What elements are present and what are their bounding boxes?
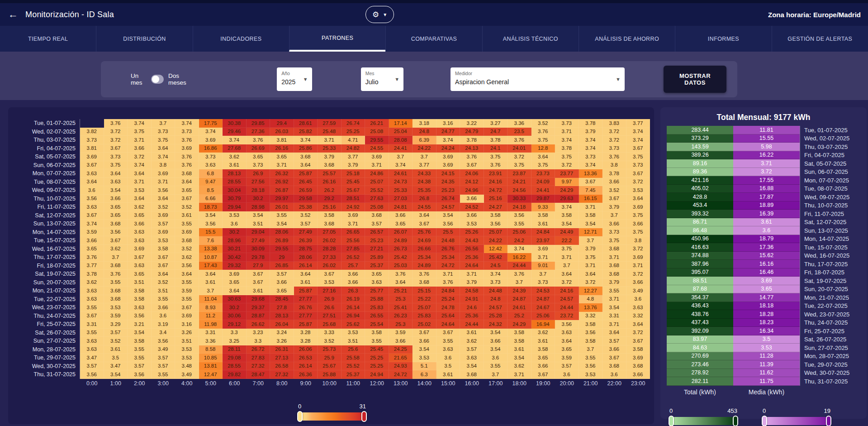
heatmap-cell: 26.73 [389,245,413,254]
heatmap-cell: 26.56 [460,245,484,254]
tab-informes[interactable]: INFORMES [675,26,771,52]
heatmap-cell: 3.74 [294,136,318,144]
tab-patrones[interactable]: PATRONES [289,26,385,52]
heatmap-cell: 29.08 [223,354,247,362]
heatmap-cell: 3.74 [579,161,603,170]
heatmap-cell: 3.54 [602,303,626,312]
heatmap-cell: 29.87 [531,195,555,203]
tab-comparativas[interactable]: COMPARATIVAS [385,26,482,52]
heatmap-cell: 3.57 [460,345,484,354]
heatmap-cell: 30.21 [223,245,247,254]
heatmap-cell: 30.2 [247,195,270,203]
heatmap-cell: 3.68 [602,262,626,270]
show-data-button[interactable]: MOSTRAR DATOS [664,66,726,93]
heatmap-cell: 3.31 [199,329,223,337]
heatmap-cell: 3.66 [80,236,104,245]
tab-tiempo-real[interactable]: TIEMPO REAL [0,26,96,52]
heatmap-cell: 3.32 [579,312,603,321]
daily-media-cell: 18.89 [733,201,800,210]
tab-indicadores[interactable]: INDICADORES [193,26,289,52]
heatmap-cell: 3.67 [318,270,342,278]
heatmap-cell: 25.86 [294,144,318,153]
heatmap-row: Tue, 22-07-20253.633.683.583.553.5511.04… [12,295,650,304]
heatmap-cell: 3.72 [579,278,603,287]
heatmap-cell: 3.59 [80,228,104,237]
heatmap-cell: 3.67 [152,262,175,270]
heatmap-row: Tue, 01-07-20253.763.743.73.7417.7530.38… [12,119,650,128]
legend-slider-handle-max[interactable] [826,416,831,426]
daily-media-cell: 15.55 [733,134,800,143]
row-date-label: Tue, 22-07-2025 [12,295,80,304]
heatmap-cell: 24.77 [436,128,460,136]
heatmap-cell: 24.56 [508,186,531,195]
tab-análisis-de-ahorro[interactable]: ANÁLISIS DE AHORRO [579,26,675,52]
heatmap-cell: 3.66 [389,211,413,220]
daily-total-cell: 88.51 [667,277,733,285]
heatmap-cell: 3.7 [508,278,531,287]
heatmap-cell: 25.9 [318,354,342,362]
heatmap-cell: 25.67 [318,362,342,371]
period-toggle[interactable] [151,75,164,84]
legend-slider-handle-min[interactable] [297,411,303,422]
heatmap-cell: 3.58 [152,245,175,254]
heatmap-cell: 3.64 [128,169,152,178]
heatmap-cell: 3.73 [175,128,199,136]
meter-select-value: Aspiracion General [455,78,614,86]
daily-row: 282.1111.75Thu, 31-07-2025 [667,377,860,386]
heatmap-cell: 3.69 [175,144,199,153]
heatmap-cell: 26.19 [342,295,365,304]
heatmap-cell: 3.74 [555,136,579,144]
row-date-label: Wed, 30-07-2025 [12,362,80,371]
heatmap-cell: 27.8 [270,303,294,312]
daily-date-label: Mon, 28-07-2025 [800,352,860,361]
heatmap-cell: 3.76 [460,153,484,161]
heatmap-cell: 3.65 [270,153,294,161]
tab-gestión-de-alertas[interactable]: GESTIÓN DE ALERTAS [772,26,868,52]
heatmap-cell: 8.5 [199,186,223,195]
heatmap-cell: 29.94 [223,203,247,211]
tab-distribución[interactable]: DISTRIBUCIÓN [96,26,192,52]
heatmap-cell: 3.55 [80,303,104,312]
heatmap-cell: 3.73 [555,119,579,128]
heatmap-cell: 29.55 [270,245,294,254]
heatmap-cell: 3.73 [484,278,508,287]
tab-análisis-técnico[interactable]: ANÁLISIS TÉCNICO [482,26,579,52]
heatmap-cell: 3.71 [318,136,342,144]
heatmap-cell: 24.91 [460,295,484,304]
heatmap-cell: 25.25 [365,354,389,362]
row-date-label: Sat, 12-07-2025 [12,211,80,220]
heatmap-cell: 3.73 [104,153,128,161]
heatmap-cell: 3.59 [389,329,413,337]
meter-select[interactable]: Medidor Aspiracion General ▼ [451,67,625,91]
heatmap-cell: 4.71 [342,136,365,144]
heatmap-cell: 25.02 [413,320,436,329]
legend-slider-handle-min[interactable] [762,416,767,426]
month-select-label: Mes [365,71,393,76]
heatmap-cell: 3.55 [80,329,104,337]
heatmap-cell: 3.56 [175,262,199,270]
heatmap-cell: 3.65 [128,270,152,278]
year-select[interactable]: Año 2025 ▼ [277,67,312,91]
app-header: ← Monitorización - ID Sala ⚙ ▼ Zona hora… [0,3,868,26]
heatmap-row: Fri, 25-07-20253.313.293.213.193.1611.98… [12,320,650,329]
heatmap-cell: 28.08 [389,136,413,144]
heatmap-cell: 25.89 [365,253,389,262]
heatmap-cell: 3.71 [270,161,294,170]
month-select[interactable]: Mes Julio ▼ [361,67,403,91]
legend-slider-handle-max[interactable] [361,411,367,422]
legend-slider-handle-min[interactable] [669,416,674,426]
daily-media-cell: 15.62 [733,252,800,260]
daily-media-cell: 3.5 [733,335,800,344]
legend-slider-handle-max[interactable] [733,416,738,426]
heatmap-cell: 28.47 [247,370,270,379]
heatmap-cell: 28.61 [294,119,318,128]
heatmap-cell: 3.76 [80,253,104,262]
heatmap-cell: 3.7 [199,287,223,295]
daily-media-cell: 11.39 [733,360,800,369]
back-arrow-icon[interactable]: ← [8,10,18,19]
daily-row: 374.8815.62Wed, 16-07-2025 [667,252,860,260]
heatmap-cell: 24.27 [484,203,508,211]
heatmap-cell: 9.47 [199,178,223,187]
heatmap-cell: 3.65 [531,354,555,362]
settings-dropdown-button[interactable]: ⚙ ▼ [365,6,394,23]
